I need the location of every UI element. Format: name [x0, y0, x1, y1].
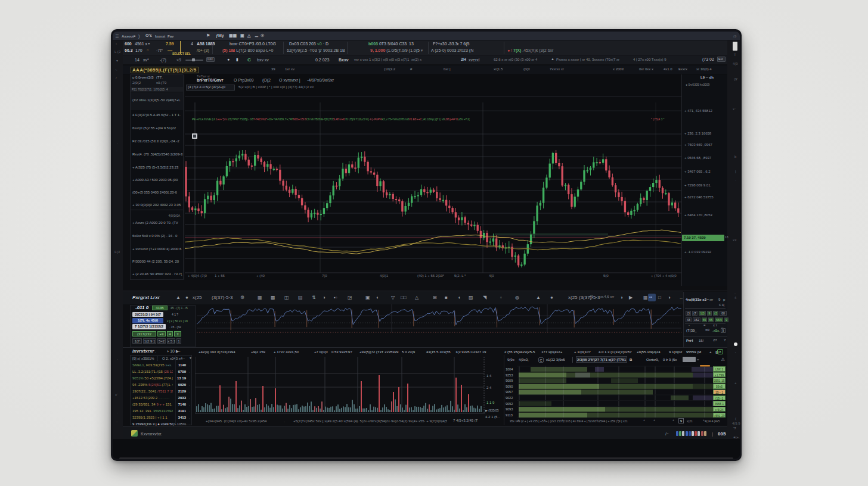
svg-text:9253: 9253: [506, 373, 513, 377]
svg-text:1004: 1004: [506, 367, 513, 371]
svg-text:9057: 9057: [506, 390, 513, 394]
svg-text:9092: 9092: [506, 402, 513, 406]
svg-text:+: +: [672, 418, 674, 422]
svg-text:9009: 9009: [506, 379, 513, 382]
svg-text:9090: 9090: [506, 385, 513, 388]
svg-text:9022: 9022: [506, 396, 513, 400]
svg-text:9093: 9093: [506, 407, 513, 411]
svg-text:+: +: [653, 418, 655, 422]
svg-text:9113: 9113: [506, 413, 513, 417]
svg-text:+: +: [643, 418, 645, 422]
